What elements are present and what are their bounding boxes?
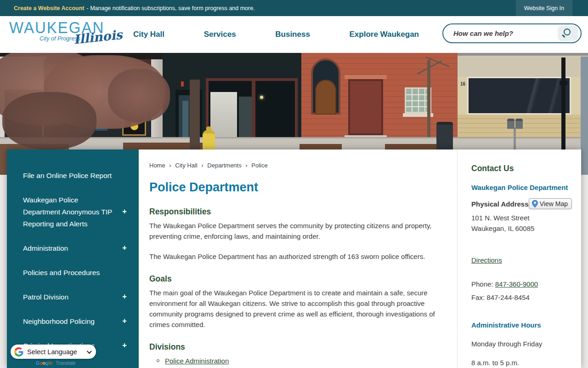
breadcrumb-home[interactable]: Home [149,162,165,169]
responsibilities-paragraph-2: The Waukegan Police Department has an au… [149,251,450,262]
hours-days: Monday through Friday [471,340,572,348]
hero-parking-meter [507,119,514,129]
google-translate-attribution: Google Translate [36,360,76,366]
hero-tree-trunk [190,80,200,153]
top-utility-bar: Create a Website Account - Manage notifi… [0,0,588,16]
sidebar-item-policies-procedures[interactable]: Policies and Procedures [23,267,130,279]
divisions-heading: Divisions [149,342,450,352]
administrative-hours-heading: Administrative Hours [471,321,572,329]
responsibilities-heading: Responsibilities [149,207,450,217]
sidebar-item-patrol-division[interactable]: Patrol Division + [23,291,130,303]
website-sign-in-button[interactable]: Website Sign In [516,0,572,16]
list-item: Police Administration [157,356,450,366]
breadcrumb-departments[interactable]: Departments [207,162,241,169]
main-navigation: City Hall Services Business Explore Wauk… [133,16,419,53]
responsibilities-paragraph-1: The Waukegan Police Department serves th… [149,220,450,242]
hero-wooden-door [315,80,336,115]
search-icon [564,29,571,35]
phone-row: Phone: 847-360-9000 [471,280,572,288]
nav-business[interactable]: Business [275,30,310,39]
nav-explore-waukegan[interactable]: Explore Waukegan [350,30,419,39]
address-line-2: Waukegan, IL 60085 [471,223,572,234]
hero-large-window [467,77,571,115]
search-button[interactable] [558,26,578,41]
view-map-button[interactable]: View Map [529,198,572,209]
goals-heading: Goals [149,274,450,284]
police-administration-link[interactable]: Police Administration [165,357,229,365]
directions-link[interactable]: Directions [471,256,502,264]
contact-us-heading: Contact Us [471,164,572,173]
sidebar-item-neighborhood-policing[interactable]: Neighborhood Policing + [23,316,130,328]
expand-plus-icon[interactable]: + [122,242,127,254]
page-card: File an Online Police Report Waukegan Po… [7,150,581,368]
account-tagline: - Manage notification subscriptions, sav… [87,5,255,12]
contact-sidebar: Contact Us Waukegan Police Department Ph… [457,150,581,368]
breadcrumb-city-hall[interactable]: City Hall [175,162,197,169]
select-language-label: Select Language [27,348,87,356]
hero-red-door [348,79,383,135]
physical-address-label: Physical Address [471,200,529,208]
chevron-down-icon [87,348,92,353]
waukegan-logo[interactable]: WAUKEGAN City of Progress Illinois [9,19,115,51]
expand-plus-icon[interactable]: + [122,206,127,218]
expand-plus-icon[interactable]: + [122,291,127,303]
phone-link[interactable]: 847-360-9000 [495,280,538,288]
map-pin-icon [532,200,538,207]
site-search [442,23,582,43]
nav-services[interactable]: Services [204,30,236,39]
hours-time: 8 a.m. to 5 p.m. [471,359,572,367]
department-sidebar-menu: File an Online Police Report Waukegan Po… [7,150,139,368]
google-translate-widget[interactable]: Select Language [11,345,96,359]
sidebar-item-anonymous-tip-reporting[interactable]: Waukegan Police Department Anonymous TIP… [23,194,130,230]
page-title: Police Department [149,180,450,195]
goals-paragraph: The main goal of the Waukegan Police Dep… [149,288,450,330]
nav-city-hall[interactable]: City Hall [133,30,164,39]
create-account-link[interactable]: Create a Website Account [14,5,85,12]
sidebar-item-administration[interactable]: Administration + [23,242,130,254]
expand-plus-icon[interactable]: + [122,315,127,327]
breadcrumb: Home › City Hall › Departments › Police [149,150,450,169]
address-line-1: 101 N. West Street [471,213,572,223]
divisions-list: Police Administration [157,356,450,366]
breadcrumb-current: Police [251,162,267,169]
hero-address-number: 16 [460,81,465,86]
contact-department-name: Waukegan Police Department [471,184,572,191]
search-input[interactable] [453,29,558,37]
google-logo-icon [14,347,23,356]
fax-row: Fax: 847-244-8454 [471,293,572,301]
main-content: Home › City Hall › Departments › Police … [149,150,450,366]
sidebar-item-file-online-police-report[interactable]: File an Online Police Report [23,170,130,182]
expand-plus-icon[interactable]: + [122,339,127,351]
site-header: WAUKEGAN City of Progress Illinois City … [0,16,588,53]
